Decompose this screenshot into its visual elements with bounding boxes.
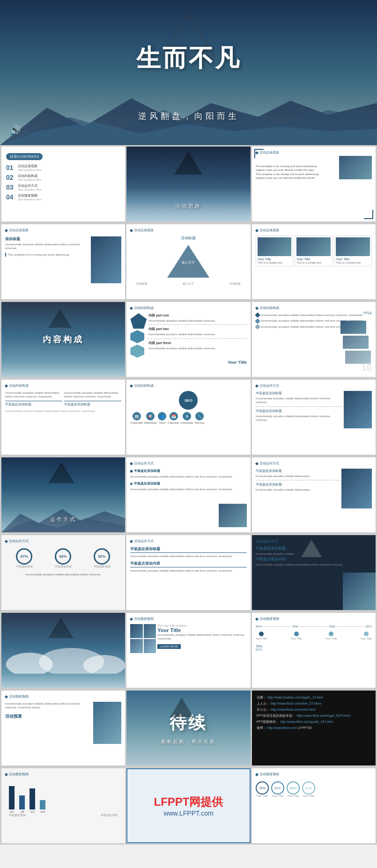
link5-url[interactable]: http://www.flickr.com/guide_191.html [280,720,333,723]
diamond-icon-11 [255,462,259,465]
timeline-line-2 [300,626,327,627]
divider-1 [148,324,246,325]
seo-diagram: SEO 🏢 Corporate 📢 Marketing 👥 Team 📅 Ca [130,391,246,424]
learn-more-btn[interactable]: LEARN MORE [157,644,181,649]
link4-url[interactable]: http://www.flickr.com/logel_5279.html [296,714,350,717]
seo-icons: 🏢 Corporate 📢 Marketing 👥 Team 📅 Calenda… [130,412,246,424]
watermark-line-3: 非小台： http://www.flickr.com/rehix.html [257,707,371,712]
link1-url[interactable]: http://www.huaban.com/ppptn_14.html [267,696,323,699]
diamond-icon-17 [5,772,8,776]
content-text-1: This template is for moving and some adv… [256,164,320,180]
circle-val-4: 91% [302,781,315,794]
diamond-icon-16 [5,695,8,698]
bold-bullets: 半鼠盘处添加标题 Incrementally actualize reliabl… [130,546,246,573]
section-header-12: 活动运作方式 [5,539,121,544]
mini-title-2: 添加标题 [5,236,89,242]
link3-url[interactable]: http://www.flickr.com/rehix.html [271,708,316,711]
bullets-text: Incrementally actualize reliable deliver… [256,474,340,478]
contents-title-3: 活动运作方式 [18,184,42,188]
bullet-row-1: Incrementally actualize reliable deliver… [256,313,372,317]
speaker-icon: 🔊 [9,125,21,136]
content-row-2: 添加标题 Incrementally actualize reliable de… [5,236,121,286]
section-label-17: 活动预算预期 [9,772,29,777]
download-icon: ⬇ [183,412,191,420]
bar-chart: -¥27 +¥8 -¥12 +¥21 [5,780,121,813]
slide-content-2: 活动总体思路 添加标题 Incrementally actualize reli… [1,224,125,299]
slide-bold-bullets: 活动运作方式 半鼠盘处添加标题 Incrementally actualize … [126,535,250,610]
col-right-text: Incrementally actualize reliable deliver… [64,391,121,399]
text-side-body: Incrementally actualize reliable deliver… [256,397,342,405]
content-with-photos: 半鼠盘处添加标题 Incrementally actualize reliabl… [256,391,372,431]
section-label-5: 活动内容构成 [134,306,154,310]
contents-num-2: 02 [6,174,15,181]
tl-item-3: Your Title [325,632,337,640]
photo-col-pb [341,469,372,511]
pct-circle-2: 92% [55,548,71,565]
link3-label: 非小台： [257,708,270,711]
slides-row-9: 活动预算预期 -¥27 +¥8 -¥12 +¥21 半鼠盘处添加 半鼠盘处添加 [0,767,377,845]
budget-photo-3 [130,639,143,653]
icon-serving: 🔧 Serving [194,412,204,424]
section-header-8: 活动内容构成 [130,383,246,388]
bold-headline-1: 半鼠盘处添加标题 [130,546,246,553]
section-header-1: 活动总体思路 [256,150,372,155]
circle-item-1: 76% Your Title [256,781,269,797]
contents-item-1: 01 活动总体思路 Add Headline Here [6,164,120,171]
text-side-title-2: 半鼠盘处添加标题 [256,409,342,413]
tl-pct-2: 62% [256,648,372,651]
pct-circle-3: 52% [94,548,110,565]
pct-label-1: 半鼠盘处添加 [16,565,33,569]
bullets-title-2: 半鼠盘处添加标题 [256,482,340,487]
budget-text-content: Incrementally actualize reliable deliver… [5,702,91,710]
text-side-title: 半鼠盘处添加标题 [256,391,342,396]
pct-label-2: 半鼠盘处添加 [55,565,72,569]
link2-url[interactable]: http://www.flickr.com/slide_57.htmx [271,702,322,705]
lfppt-title: LFPPT网提供 [154,794,223,809]
tl-label-4: Your Title [360,637,372,640]
chart-label-2: 半鼠盘处添加 [101,813,118,817]
dark-headline-2: 半鼠盘次添加内容 [256,557,372,562]
bullets-col: 半鼠盘处添加标题 Incrementally actualize reliabl… [256,469,340,511]
tl-item-2: Your Title [290,632,302,640]
timeline-circles: 76% Your Title 62% Your Title 85% Your T… [256,781,372,797]
calendar-icon: 📅 [170,412,178,420]
corner-decoration-tl [254,149,264,158]
tl-percentages: 76% 62% [256,645,372,651]
slide-blue-section-1: 内容构成 [1,302,125,377]
col-left-7: Incrementally actualize reliable deliver… [5,391,62,399]
diamond-icon-4 [255,228,259,232]
pct-bottom-text: Incrementally actualize reliable deliver… [5,573,121,576]
pct-circle-1: 87% [16,548,32,565]
slide-budget-chart: 活动预算预期 For Our Life is More Your Title I… [126,613,250,688]
diamond-icon-14 [130,617,133,620]
square-bullet-1 [130,470,133,472]
continuation-sub: 扬帆起航，再次出发 [161,738,216,745]
bottom-text-7: Incrementally actualize reliable deliver… [5,410,121,412]
title-label: TITLE [363,311,372,315]
bullet-diamond-3 [255,324,260,329]
photo-10 [219,504,247,527]
circle-label-2: Your Title [271,794,284,797]
content-part-1: 内容 part one [148,313,246,318]
seo-center: SEO [179,391,198,410]
section-label-12: 活动运作方式 [9,539,29,544]
photo-inset-10 [219,504,247,529]
triangle-diagram-container: 输入文字 [165,243,212,280]
col-right-7: Incrementally actualize reliable deliver… [64,391,121,399]
weibo-url[interactable]: http://www.flickr.com [267,726,297,729]
tl-item-1: Your Title [256,632,267,640]
section-label-3: 活动总体思路 [134,228,154,233]
bold-headline-2: 半鼠盘次添加内容 [130,561,246,567]
bar-group-4: +¥21 [40,800,45,813]
slides-row-7: 活动预算预期 For Our Life is More Your Title I… [0,611,377,689]
link1-label: 花瓣： [257,696,266,699]
bar-4a [40,800,45,809]
card-text-3: This is a simple text [336,261,370,265]
slide-lfppt: LFPPT网提供 www.LFPPT.com [126,768,250,843]
pct-item-3: 52% 半鼠盘处添加 [94,548,111,569]
divider-pb [256,480,340,480]
triangle-blue-1 [48,309,72,328]
card-2: Your Title This is a simple text [295,235,333,266]
tl-pct-1: 76% [256,645,372,648]
diamond-icon-6 [255,306,259,309]
